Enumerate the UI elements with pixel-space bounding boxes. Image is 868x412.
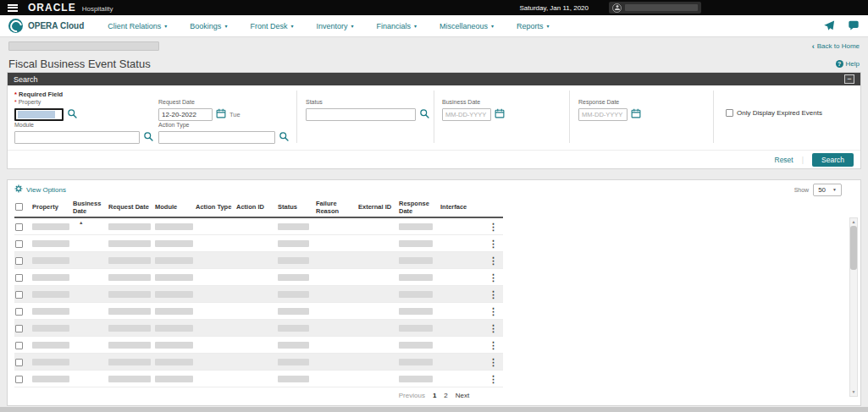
response-date-cell-redacted (399, 342, 433, 349)
calendar-icon[interactable] (216, 107, 226, 122)
table-row[interactable]: ⋮ (14, 252, 503, 269)
column-header-request-date[interactable]: Request Date (108, 202, 154, 213)
row-actions-kebab-icon[interactable]: ⋮ (484, 222, 503, 231)
pagination-page-2[interactable]: 2 (444, 392, 447, 399)
row-actions-kebab-icon[interactable]: ⋮ (484, 273, 503, 282)
select-all-checkbox[interactable] (15, 203, 23, 211)
status-search-icon[interactable] (419, 107, 429, 122)
row-checkbox[interactable] (15, 342, 23, 349)
action-type-input[interactable] (158, 131, 275, 144)
results-table: Property Business Date▲ Request Date Mod… (14, 199, 503, 387)
row-checkbox[interactable] (15, 325, 23, 332)
table-row[interactable]: ⋮ (14, 371, 503, 387)
column-header-action-type[interactable]: Action Type (195, 202, 235, 213)
column-header-failure-reason[interactable]: Failure Reason (315, 199, 357, 217)
response-date-cell-redacted (399, 257, 433, 264)
row-actions-kebab-icon[interactable]: ⋮ (484, 358, 503, 366)
table-row[interactable]: ⋮ (14, 337, 503, 354)
row-actions-kebab-icon[interactable]: ⋮ (484, 256, 503, 265)
pagination-next[interactable]: Next (456, 392, 469, 399)
row-checkbox[interactable] (15, 359, 23, 366)
row-actions-kebab-icon[interactable]: ⋮ (484, 341, 503, 349)
send-message-icon[interactable] (823, 20, 835, 31)
nav-item-inventory[interactable]: Inventory▾ (316, 22, 353, 30)
reset-link[interactable]: Reset (775, 156, 793, 164)
hamburger-menu-icon[interactable] (8, 4, 18, 12)
module-input[interactable] (14, 131, 140, 144)
table-row[interactable]: ⋮ (14, 303, 503, 320)
scroll-up-icon[interactable]: ▲ (852, 218, 856, 226)
table-row[interactable]: ⋮ (14, 354, 503, 371)
row-actions-kebab-icon[interactable]: ⋮ (484, 239, 503, 248)
back-to-home-link[interactable]: ‹ Back to Home (812, 42, 860, 51)
table-row[interactable]: ⋮ (14, 218, 503, 235)
status-input[interactable] (306, 108, 416, 121)
status-cell-redacted (278, 274, 309, 281)
row-actions-kebab-icon[interactable]: ⋮ (484, 290, 503, 299)
column-header-module[interactable]: Module (154, 202, 195, 213)
row-actions-kebab-icon[interactable]: ⋮ (484, 375, 503, 383)
table-header-row: Property Business Date▲ Request Date Mod… (14, 199, 503, 218)
property-cell-redacted (32, 376, 69, 382)
nav-item-bookings[interactable]: Bookings▾ (190, 22, 227, 30)
action-type-search-icon[interactable] (279, 129, 289, 145)
nav-item-client-relations[interactable]: Client Relations▾ (108, 22, 167, 30)
page-size-select[interactable]: 50 ▼ (813, 184, 842, 196)
view-options-button[interactable]: View Options (14, 184, 66, 195)
collapse-panel-button[interactable]: − (844, 74, 854, 84)
chat-bubble-icon[interactable] (848, 20, 860, 31)
response-date-cell-redacted (399, 359, 433, 365)
row-checkbox[interactable] (15, 308, 23, 316)
nav-item-financials[interactable]: Financials▾ (376, 22, 417, 30)
row-checkbox[interactable] (15, 240, 23, 248)
pagination-page-1[interactable]: 1 (433, 392, 436, 399)
row-checkbox[interactable] (15, 223, 23, 231)
column-header-response-date[interactable]: Response Date (398, 199, 440, 217)
response-date-cell-redacted (399, 240, 433, 247)
business-date-input[interactable] (442, 108, 491, 121)
user-avatar-icon (612, 3, 622, 13)
column-header-action-id[interactable]: Action ID (235, 202, 277, 213)
help-link[interactable]: ? Help (836, 60, 860, 68)
response-date-cell-redacted (399, 291, 433, 298)
property-input[interactable] (14, 108, 64, 121)
table-row[interactable]: ⋮ (14, 269, 503, 286)
column-header-business-date[interactable]: Business Date▲ (72, 199, 108, 217)
pagination-previous[interactable]: Previous (399, 392, 425, 399)
property-search-icon[interactable] (67, 107, 77, 122)
column-header-interface[interactable]: Interface (440, 202, 484, 213)
response-date-input[interactable] (578, 108, 628, 121)
table-row[interactable]: ⋮ (14, 286, 503, 303)
row-checkbox[interactable] (15, 291, 23, 299)
search-button[interactable]: Search (812, 153, 854, 167)
user-account-menu[interactable] (609, 2, 701, 14)
request-date-input[interactable] (158, 108, 213, 121)
scrollbar-thumb[interactable] (850, 226, 857, 270)
pagination: Previous 1 2 Next (8, 392, 860, 399)
app-name: OPERA Cloud (28, 21, 84, 30)
oracle-logo: ORACLE (28, 2, 76, 14)
row-actions-kebab-icon[interactable]: ⋮ (484, 307, 503, 316)
row-checkbox[interactable] (15, 376, 23, 383)
status-cell-redacted (278, 342, 309, 349)
help-label: Help (846, 60, 860, 68)
row-checkbox[interactable] (15, 257, 23, 265)
column-header-status[interactable]: Status (277, 202, 315, 213)
calendar-icon[interactable] (495, 107, 505, 122)
table-row[interactable]: ⋮ (14, 235, 503, 252)
vertical-scrollbar[interactable]: ▲ ▼ (849, 217, 858, 397)
expired-events-checkbox[interactable] (726, 109, 733, 117)
table-row[interactable]: ⋮ (14, 320, 503, 337)
module-search-icon[interactable] (143, 129, 153, 145)
row-actions-kebab-icon[interactable]: ⋮ (484, 324, 503, 332)
nav-item-reports[interactable]: Reports▾ (517, 22, 550, 30)
nav-item-miscellaneous[interactable]: Miscellaneous▾ (440, 22, 494, 30)
nav-item-front-desk[interactable]: Front Desk▾ (250, 22, 293, 30)
status-cell-redacted (278, 359, 309, 365)
row-checkbox[interactable] (15, 274, 23, 282)
search-panel-title: Search (14, 75, 38, 84)
column-header-property[interactable]: Property (31, 202, 72, 213)
calendar-icon[interactable] (631, 107, 641, 122)
column-header-external-id[interactable]: External ID (357, 202, 398, 213)
chevron-down-icon: ▾ (414, 23, 417, 29)
